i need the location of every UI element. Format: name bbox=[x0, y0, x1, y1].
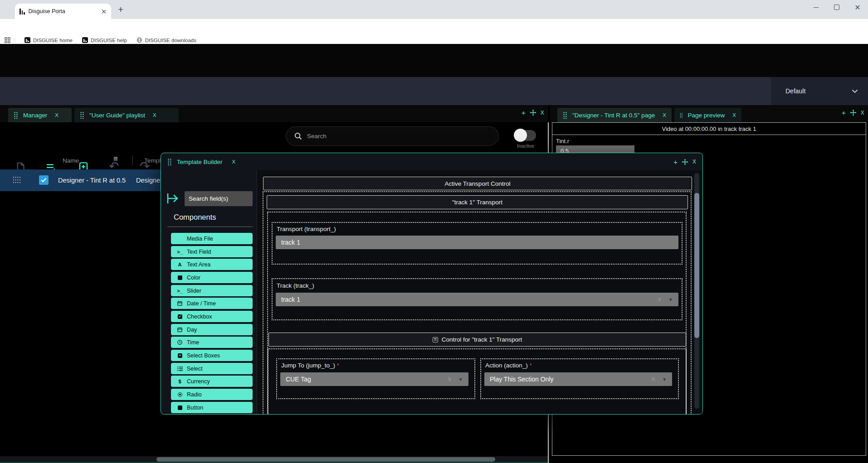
row-template-cell[interactable]: Designer - Tint R at 0.5 bbox=[136, 177, 162, 184]
component-date-time[interactable]: Date / Time bbox=[171, 298, 253, 309]
minimize-icon[interactable] bbox=[805, 0, 826, 14]
add-panel-icon[interactable]: + bbox=[522, 109, 526, 116]
dropdown-caret-icon[interactable]: ▼ bbox=[458, 377, 463, 382]
component-time[interactable]: Time bbox=[171, 337, 253, 348]
row-name-cell[interactable]: Designer - Tint R at 0.5 bbox=[58, 177, 126, 184]
radio-icon bbox=[177, 392, 183, 397]
track-select[interactable]: track 1 X ▼ bbox=[276, 293, 678, 306]
disguise-favicon bbox=[24, 37, 30, 43]
inactive-toggle-knob[interactable] bbox=[514, 129, 527, 142]
disguise-favicon bbox=[82, 37, 88, 43]
preset-value: Default bbox=[785, 87, 805, 95]
field-search-input[interactable]: Search field(s) bbox=[185, 191, 253, 206]
tab-manager[interactable]: Manager X bbox=[8, 108, 72, 122]
component-currency[interactable]: $Currency bbox=[171, 376, 253, 387]
components-heading: Components bbox=[174, 213, 216, 222]
add-panel-icon[interactable]: + bbox=[842, 109, 846, 116]
column-menu-icon[interactable]: ≡ bbox=[113, 154, 118, 164]
tab-title: Disguise Porta bbox=[29, 8, 65, 14]
form-header[interactable]: Active Transport Control bbox=[263, 177, 692, 190]
drag-handle-icon[interactable] bbox=[167, 158, 172, 166]
vertical-scrollbar-thumb[interactable] bbox=[694, 193, 699, 338]
maximize-icon[interactable] bbox=[826, 0, 847, 14]
search-input[interactable]: Search bbox=[286, 126, 499, 146]
bookmark-disguise-downloads[interactable]: DISGUISE downloads bbox=[137, 37, 196, 43]
column-divider bbox=[132, 155, 133, 165]
tab-close-icon[interactable]: X bbox=[55, 112, 59, 118]
add-panel-icon[interactable]: + bbox=[673, 159, 678, 165]
clear-icon[interactable]: X bbox=[658, 297, 661, 302]
tab-close-icon[interactable]: X bbox=[663, 112, 666, 118]
plus-square-icon: + bbox=[177, 353, 183, 358]
calendar-icon bbox=[177, 301, 183, 306]
bookmarks-bar: DISGUISE home DISGUISE help DISGUISE dow… bbox=[0, 36, 868, 44]
inactive-toggle-label: Inactive bbox=[511, 143, 541, 149]
horizontal-scrollbar-thumb[interactable] bbox=[156, 457, 495, 462]
tab-close-icon[interactable]: X bbox=[153, 112, 156, 118]
collapse-arrow-icon[interactable] bbox=[166, 192, 180, 205]
disguise-favicon bbox=[20, 9, 25, 14]
column-header-name[interactable]: Name bbox=[63, 157, 79, 164]
section-checkbox-icon[interactable] bbox=[433, 337, 438, 342]
move-panel-icon[interactable] bbox=[682, 159, 688, 165]
tab-page-preview[interactable]: Page preview X bbox=[674, 108, 741, 122]
component-slider[interactable]: >_Slider bbox=[171, 285, 253, 296]
transport-field-label: Transport (transport_) bbox=[277, 226, 336, 232]
component-button[interactable]: Button bbox=[171, 402, 253, 413]
move-panel-icon[interactable] bbox=[530, 109, 536, 116]
clear-icon[interactable]: X bbox=[652, 376, 655, 382]
component-select-boxes[interactable]: +Select Boxes bbox=[171, 350, 253, 361]
bookmark-label: DISGUISE home bbox=[33, 38, 73, 43]
component-select[interactable]: Select bbox=[171, 363, 253, 374]
dropdown-caret-icon[interactable]: ▼ bbox=[662, 377, 667, 382]
bookmarks-divider bbox=[15, 38, 15, 43]
manager-panel-tools: + X bbox=[522, 109, 544, 116]
tab-designer-page[interactable]: "Designer - Tint R at 0.5" page X bbox=[557, 108, 672, 122]
close-panel-icon[interactable]: X bbox=[692, 159, 696, 164]
close-panel-icon[interactable]: X bbox=[541, 110, 544, 116]
component-media-file[interactable]: Media File bbox=[171, 233, 253, 244]
drag-handle-icon[interactable] bbox=[14, 111, 18, 119]
control-section-header[interactable]: Control for "track 1" Transport bbox=[268, 333, 686, 347]
row-drag-handle-icon[interactable] bbox=[13, 176, 20, 185]
tab-close-icon[interactable]: ✕ bbox=[101, 8, 107, 15]
drag-handle-icon[interactable] bbox=[80, 111, 84, 119]
component-day[interactable]: Day bbox=[171, 324, 253, 335]
template-builder-window: Template Builder X + X Search field(s) C… bbox=[161, 153, 703, 415]
chevron-down-icon bbox=[852, 89, 858, 93]
jump-to-field-label: Jump To (jump_to_)* bbox=[281, 362, 339, 369]
column-header-template[interactable]: Template bbox=[144, 157, 161, 164]
track-section-header[interactable]: "track 1" Transport bbox=[267, 195, 688, 209]
tab-label: "User Guide" playlist bbox=[89, 112, 145, 119]
close-window-icon[interactable]: ✕ bbox=[847, 0, 868, 14]
jump-to-select[interactable]: CUE Tag X ▼ bbox=[280, 372, 468, 386]
apps-grid-icon[interactable] bbox=[5, 37, 10, 43]
tab-user-guide-playlist[interactable]: "User Guide" playlist X bbox=[74, 108, 179, 122]
drag-handle-icon[interactable] bbox=[563, 111, 567, 119]
dropdown-caret-icon[interactable]: ▼ bbox=[668, 297, 673, 302]
component-radio[interactable]: Radio bbox=[171, 389, 253, 400]
preset-dropdown[interactable]: Default bbox=[771, 77, 868, 105]
action-select[interactable]: Play This Section Only X ▼ bbox=[484, 372, 672, 386]
drag-handle-icon[interactable] bbox=[680, 111, 683, 119]
browser-tab[interactable]: Disguise Porta ✕ bbox=[15, 4, 111, 19]
component-color[interactable]: Color bbox=[171, 272, 253, 283]
app-menu-bar: File Edit Window Help Last login at Jan … bbox=[0, 44, 868, 77]
template-builder-titlebar[interactable]: Template Builder X + X bbox=[161, 153, 702, 170]
row-checkbox[interactable] bbox=[39, 175, 49, 185]
component-checkbox[interactable]: ✓Checkbox bbox=[171, 311, 253, 322]
tab-close-icon[interactable]: X bbox=[732, 112, 736, 118]
close-panel-icon[interactable]: X bbox=[861, 110, 864, 116]
checkbox-icon: ✓ bbox=[177, 314, 183, 319]
component-text-area[interactable]: AText Area bbox=[171, 259, 253, 270]
transport-input[interactable]: track 1 bbox=[276, 236, 678, 249]
move-panel-icon[interactable] bbox=[850, 109, 857, 116]
clear-icon[interactable]: X bbox=[448, 376, 451, 382]
component-text-field[interactable]: >_Text Field bbox=[171, 246, 253, 257]
window-close-icon[interactable]: X bbox=[232, 159, 236, 164]
new-tab-icon[interactable]: + bbox=[118, 4, 123, 15]
search-placeholder: Search bbox=[307, 133, 327, 140]
bookmark-disguise-help[interactable]: DISGUISE help bbox=[82, 37, 127, 43]
bookmark-disguise-home[interactable]: DISGUISE home bbox=[24, 37, 73, 43]
letter-a-icon: A bbox=[177, 262, 183, 267]
